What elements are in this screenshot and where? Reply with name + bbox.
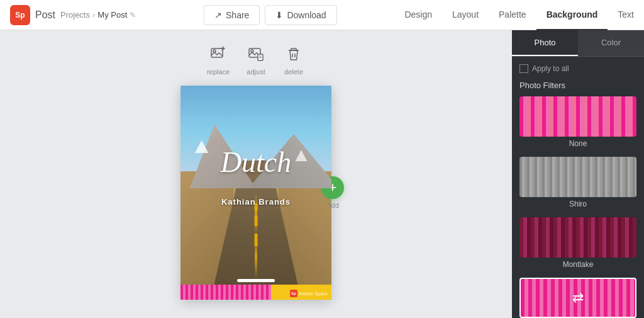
replace-label: replace — [207, 68, 230, 76]
apply-all-row: Apply to all — [519, 64, 636, 73]
share-button[interactable]: ↗ Share — [204, 5, 260, 25]
filter-montlake-preview — [519, 217, 636, 258]
filter-shiro-preview — [519, 157, 636, 197]
canvas-area: replace adjust — [0, 30, 512, 318]
topbar-left: Sp Post Projects › My Post ✎ — [0, 5, 146, 25]
adjust-icon — [245, 43, 267, 65]
filter-montlake-label: Montlake — [519, 260, 636, 269]
filter-none[interactable]: None — [519, 96, 636, 148]
adjust-tool[interactable]: adjust — [245, 43, 267, 76]
filter-shiro-label: Shiro — [519, 200, 636, 208]
share-icon: ↗ — [214, 10, 222, 20]
poster[interactable]: Dutch Kathian Brands Sp Adobe Spark — [180, 86, 331, 300]
svg-rect-5 — [289, 50, 299, 51]
delete-tool[interactable]: delete — [282, 43, 305, 76]
filter-montlake[interactable]: Montlake — [519, 217, 636, 269]
breadcrumb-current: My Post — [97, 10, 127, 20]
tab-palette[interactable]: Palette — [489, 0, 536, 30]
delete-label: delete — [284, 68, 303, 76]
topbar-center: ↗ Share ⬇ Download — [146, 5, 394, 25]
tab-text[interactable]: Text — [608, 0, 644, 30]
panel-tabs: Photo Color — [512, 30, 644, 57]
poster-logo-sp: Sp — [290, 290, 297, 297]
delete-icon — [282, 43, 305, 65]
canvas-toolbar: replace adjust — [207, 43, 305, 76]
filter-none-label: None — [519, 139, 636, 148]
panel-body: Apply to all Photo Filters None Shiro Mo… — [512, 57, 644, 318]
page-indicator — [237, 279, 275, 282]
tab-layout[interactable]: Layout — [442, 0, 489, 30]
tab-background[interactable]: Background — [536, 0, 608, 30]
breadcrumb: Projects › My Post ✎ — [60, 10, 136, 20]
tab-design[interactable]: Design — [394, 0, 442, 30]
sp-logo: Sp — [10, 5, 30, 25]
main-content: replace adjust — [0, 30, 644, 318]
filter-magnolia-preview: ⇄ — [519, 278, 636, 318]
apply-all-checkbox[interactable] — [519, 64, 528, 73]
edit-icon[interactable]: ✎ — [130, 11, 136, 20]
poster-subtitle: Kathian Brands — [180, 197, 331, 207]
adobe-spark-label: Adobe Spark — [299, 291, 328, 297]
poster-bottom-pink — [180, 285, 271, 300]
filter-shiro[interactable]: Shiro — [519, 157, 636, 208]
filter-magnolia[interactable]: ⇄ Magnolia — [519, 278, 636, 318]
photo-filters-title: Photo Filters — [519, 81, 636, 90]
filter-none-preview — [519, 96, 636, 137]
shuffle-icon: ⇄ — [572, 290, 584, 306]
replace-icon — [207, 43, 230, 65]
poster-title: Dutch — [180, 145, 331, 179]
download-button[interactable]: ⬇ Download — [265, 5, 336, 25]
svg-rect-0 — [211, 48, 223, 57]
adjust-label: adjust — [247, 68, 265, 76]
canvas-wrapper: Dutch Kathian Brands Sp Adobe Spark — [180, 86, 331, 300]
topbar: Sp Post Projects › My Post ✎ ↗ Share ⬇ D… — [0, 0, 644, 30]
poster-logo: Sp Adobe Spark — [290, 290, 328, 297]
download-icon: ⬇ — [275, 10, 283, 20]
road-markings — [255, 203, 258, 246]
replace-tool[interactable]: replace — [207, 43, 230, 76]
tab-color[interactable]: Color — [578, 30, 644, 56]
apply-all-label: Apply to all — [532, 64, 569, 73]
topbar-nav: Design Layout Palette Background Text — [394, 0, 644, 30]
breadcrumb-sep: › — [92, 10, 95, 20]
breadcrumb-projects[interactable]: Projects — [60, 10, 90, 20]
right-panel: Photo Color Apply to all Photo Filters N… — [512, 30, 644, 318]
brand-name: Post — [35, 9, 55, 21]
tab-photo[interactable]: Photo — [512, 30, 578, 56]
